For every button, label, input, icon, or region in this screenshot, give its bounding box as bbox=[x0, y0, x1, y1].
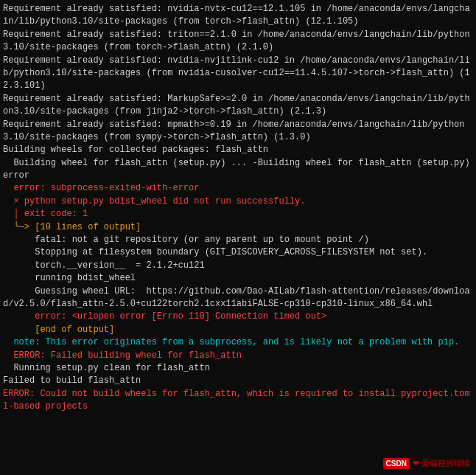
terminal-window: Requirement already satisfied: nvidia-nv… bbox=[0, 0, 476, 475]
terminal-line-27: ERROR: Could not build wheels for flash_… bbox=[1, 388, 475, 414]
terminal-line-26: Failed to build flash_attn bbox=[1, 375, 475, 387]
output-lines: Requirement already satisfied: nvidia-nv… bbox=[1, 3, 475, 414]
terminal-line-1: Requirement already satisfied: nvidia-nv… bbox=[1, 3, 475, 29]
watermark-logo: CSDN bbox=[383, 458, 410, 469]
terminal-line-18: running bdist_wheel bbox=[1, 272, 475, 285]
terminal-line-2: Requirement already satisfied: triton==2… bbox=[1, 29, 475, 55]
terminal-line-20: error: <urlopen error [Errno 110] Connec… bbox=[1, 311, 475, 323]
terminal-line-13: fatal: not a git repository (or any pare… bbox=[1, 234, 475, 246]
terminal-line-14: Stopping at filesystem boundary (GIT_DIS… bbox=[1, 246, 475, 259]
terminal-line-8: error: subprocess-exited-with-error bbox=[1, 182, 475, 195]
watermark: CSDN ❤ 爱编程的喵喵 bbox=[383, 458, 470, 469]
terminal-line-24: ERROR: Failed building wheel for flash_a… bbox=[1, 350, 475, 362]
terminal-line-7: Building wheel for flash_attn (setup.py)… bbox=[1, 157, 475, 183]
terminal-line-10: × python setup.py bdist_wheel did not ru… bbox=[1, 195, 475, 208]
terminal-line-23: note: This error originates from a subpr… bbox=[1, 336, 475, 349]
terminal-line-4: Requirement already satisfied: MarkupSaf… bbox=[1, 93, 475, 119]
terminal-line-19: Guessing wheel URL: https://github.com/D… bbox=[1, 285, 475, 311]
terminal-line-5: Requirement already satisfied: mpmath>=0… bbox=[1, 119, 475, 145]
terminal-line-12: ╰─> [10 lines of output] bbox=[1, 221, 475, 234]
terminal-line-11: │ exit code: 1 bbox=[1, 208, 475, 221]
terminal-line-6: Building wheels for collected packages: … bbox=[1, 144, 475, 156]
terminal-line-21: [end of output] bbox=[1, 324, 475, 336]
terminal-line-16: torch.__version__ = 2.1.2+cu121 bbox=[1, 260, 475, 272]
terminal-line-3: Requirement already satisfied: nvidia-nv… bbox=[1, 55, 475, 93]
watermark-text: ❤ 爱编程的喵喵 bbox=[413, 458, 470, 469]
terminal-line-25: Running setup.py clean for flash_attn bbox=[1, 362, 475, 375]
